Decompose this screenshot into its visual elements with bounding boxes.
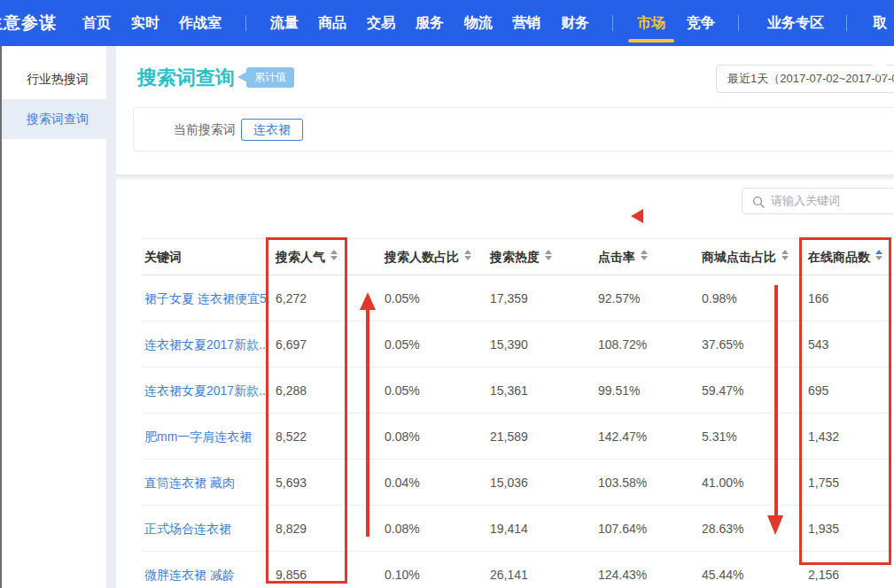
cell-ctr: 108.72% [598,321,647,368]
nav-item-goods[interactable]: 商品 [318,0,346,46]
cell-online_products: 543 [808,321,828,368]
cell-mall_click_ratio: 5.31% [702,414,737,460]
cell-search_popularity: 9,856 [276,552,307,588]
keyword-link[interactable]: 直筒连衣裙 藏肉 [144,460,235,506]
top-nav: 生意参谋 首页 实时 作战室 流量 商品 交易 服务 物流 营销 财务 市场 竞… [0,0,894,46]
cell-search_popularity: 8,522 [276,414,307,460]
cell-ctr: 142.47% [598,414,647,460]
cell-searcher_ratio: 0.08% [385,506,420,552]
nav-item-data[interactable]: 取数 [873,0,894,92]
col-header-search-popularity[interactable]: 搜索人气 [276,239,338,275]
table-row: 肥mm一字肩连衣裙8,5220.08%21,589142.47%5.31%1,4… [142,414,894,460]
nav-item-market-active[interactable]: 市场 [637,0,665,46]
keyword-search-input[interactable]: 请输入关键词 [742,188,894,214]
keyword-link[interactable]: 连衣裙女夏2017新款... [144,321,269,368]
search-words-table: 关键词 搜索人气 搜索人数占比 搜索热度 点击率 商城点击占比 在线商品数 裙子… [142,238,894,588]
page-title: 搜索词查询 [137,65,235,91]
nav-item-service[interactable]: 服务 [416,0,444,46]
app-window: 生意参谋 首页 实时 作战室 流量 商品 交易 服务 物流 营销 财务 市场 竞… [0,0,894,588]
cell-online_products: 1,935 [808,506,839,552]
col-header-ctr[interactable]: 点击率 [598,239,648,275]
cell-searcher_ratio: 0.04% [385,460,420,506]
search-icon [752,196,766,209]
col-header-online-products[interactable]: 在线商品数 [808,239,882,275]
cell-online_products: 1,755 [808,460,839,506]
sidebar-item-industry-hot-words[interactable]: 行业热搜词 [2,59,106,99]
nav-item-finance[interactable]: 财务 [561,0,589,46]
keyword-link[interactable]: 裙子女夏 连衣裙便宜5.. [144,275,270,321]
nav-divider [738,15,739,31]
cell-online_products: 2,156 [808,552,839,588]
sidebar-content-divider [106,46,116,588]
nav-item-trade[interactable]: 交易 [367,0,395,46]
nav-divider [245,15,246,31]
date-range-picker[interactable]: 最近1天（2017-07-02~2017-07-02） [716,65,894,93]
cell-ctr: 103.58% [598,460,647,506]
card-divider-shadow [116,174,894,182]
sidebar: 行业热搜词 搜索词查询 [2,46,106,588]
nav-item-compete[interactable]: 竞争 [687,0,715,46]
cumulative-badge: 累计值 [246,67,294,88]
table-row: 微胖连衣裙 减龄9,8560.10%26,141124.43%45.44%2,1… [142,552,894,588]
keyword-link[interactable]: 连衣裙女夏2017新款... [144,368,269,414]
cell-search_heat: 26,141 [490,552,528,588]
nav-item-warroom[interactable]: 作战室 [179,0,222,46]
cell-ctr: 107.64% [598,506,647,552]
table-header-row: 关键词 搜索人气 搜索人数占比 搜索热度 点击率 商城点击占比 在线商品数 [142,238,894,275]
search-placeholder: 请输入关键词 [771,189,840,213]
sort-icon[interactable] [781,250,789,260]
col-header-mall-click-ratio[interactable]: 商城点击占比 [702,239,789,275]
nav-item-traffic[interactable]: 流量 [270,0,299,46]
cell-mall_click_ratio: 45.44% [702,552,743,588]
nav-item-realtime[interactable]: 实时 [131,0,159,46]
current-search-label: 当前搜索词： [174,108,248,151]
keyword-link[interactable]: 微胖连衣裙 减龄 [144,552,235,588]
cell-search_heat: 21,589 [490,414,528,460]
sort-icon[interactable] [641,250,648,260]
cell-online_products: 166 [808,275,828,321]
table-row: 裙子女夏 连衣裙便宜5..6,2720.05%17,35992.57%0.98%… [142,275,894,321]
keyword-link[interactable]: 正式场合连衣裙 [144,506,231,552]
cell-mall_click_ratio: 59.47% [702,368,743,414]
cell-ctr: 92.57% [598,275,640,321]
sidebar-item-search-word-query[interactable]: 搜索词查询 [2,99,106,139]
col-header-keyword: 关键词 [144,239,182,275]
cell-search_popularity: 6,697 [276,321,307,368]
nav-divider [612,15,613,31]
cell-search_popularity: 8,829 [276,506,307,552]
cell-searcher_ratio: 0.05% [385,275,420,321]
cell-search_heat: 19,414 [490,506,528,552]
cell-search_heat: 15,390 [490,321,528,368]
annotation-left-triangle-icon [631,209,643,223]
col-header-search-heat[interactable]: 搜索热度 [490,239,552,275]
sort-icon[interactable] [464,250,471,260]
nav-item-market-label: 市场 [637,15,665,30]
current-search-term-chip[interactable]: 连衣裙 [241,119,303,141]
cell-mall_click_ratio: 41.00% [702,460,743,506]
active-tab-underline [628,39,674,43]
table-row: 连衣裙女夏2017新款...6,6970.05%15,390108.72%37.… [142,321,894,368]
nav-item-home[interactable]: 首页 [82,0,111,46]
nav-divider [846,15,847,31]
keyword-link[interactable]: 肥mm一字肩连衣裙 [144,414,252,460]
cell-ctr: 99.51% [598,368,640,414]
sort-icon[interactable] [545,250,552,260]
cell-search_popularity: 6,288 [276,368,307,414]
cell-search_popularity: 6,272 [276,275,307,321]
cell-search_heat: 15,361 [490,368,528,414]
cell-online_products: 695 [808,368,828,414]
nav-item-logistics[interactable]: 物流 [464,0,493,46]
cell-online_products: 1,432 [808,414,839,460]
cell-mall_click_ratio: 37.65% [702,321,743,368]
cell-search_heat: 17,359 [490,275,528,321]
cell-searcher_ratio: 0.08% [385,414,420,460]
cell-search_heat: 15,036 [490,460,528,506]
col-header-searcher-ratio[interactable]: 搜索人数占比 [385,239,471,275]
sort-icon[interactable] [330,250,338,260]
sort-icon-ascending-active[interactable] [875,250,882,260]
app-logo[interactable]: 生意参谋 [0,0,57,46]
table-row: 连衣裙女夏2017新款...6,2880.05%15,36199.51%59.4… [142,368,894,414]
nav-item-bizzone[interactable]: 业务专区 [767,0,824,46]
cell-searcher_ratio: 0.05% [385,368,420,414]
nav-item-marketing[interactable]: 营销 [512,0,540,46]
